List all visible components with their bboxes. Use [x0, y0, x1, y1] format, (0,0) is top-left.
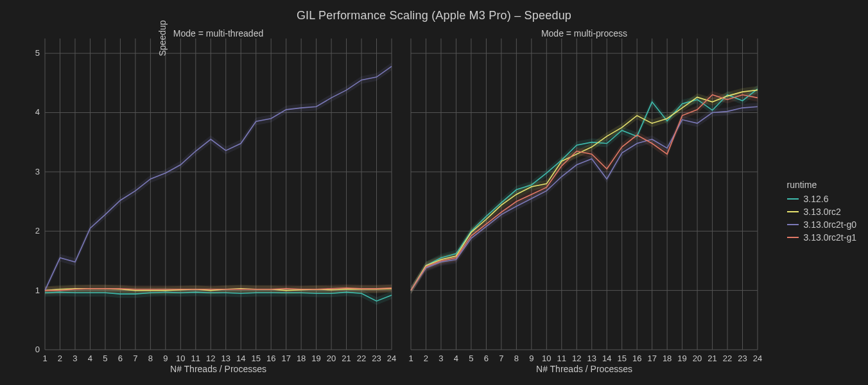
legend-label: 3.13.0rc2	[804, 207, 841, 217]
svg-text:2: 2	[58, 354, 62, 363]
svg-text:8: 8	[514, 354, 519, 363]
svg-text:0: 0	[35, 345, 40, 354]
svg-text:7: 7	[499, 354, 503, 363]
legend-swatch	[787, 211, 799, 212]
svg-text:4: 4	[35, 107, 40, 117]
x-axis-label-right: N# Threads / Processes	[411, 364, 758, 374]
svg-text:14: 14	[236, 354, 245, 363]
svg-text:9: 9	[163, 354, 168, 363]
svg-text:2: 2	[424, 354, 428, 363]
svg-text:4: 4	[454, 354, 458, 363]
x-axis-label-left: N# Threads / Processes	[45, 364, 392, 374]
svg-text:3: 3	[73, 354, 77, 363]
legend: runtime 3.12.63.13.0rc23.13.0rc2t-g03.13…	[787, 180, 857, 245]
facet-title-left: Mode = multi-threaded	[45, 28, 392, 38]
svg-text:11: 11	[191, 354, 200, 363]
y-axis-label-left: Speedup	[13, 0, 23, 38]
svg-text:1: 1	[408, 354, 413, 363]
facet-title-right: Mode = multi-process	[411, 28, 758, 38]
chart-root: GIL Performance Scaling (Apple M3 Pro) –…	[0, 0, 868, 385]
svg-text:16: 16	[266, 354, 275, 363]
legend-label: 3.13.0rc2t-g0	[804, 219, 857, 230]
svg-text:15: 15	[617, 354, 626, 363]
svg-text:20: 20	[693, 354, 702, 363]
svg-text:2: 2	[35, 226, 40, 235]
svg-text:5: 5	[35, 48, 40, 58]
svg-text:22: 22	[723, 354, 732, 363]
svg-text:3: 3	[438, 354, 443, 363]
svg-text:13: 13	[587, 354, 596, 363]
legend-swatch	[787, 224, 799, 225]
svg-text:4: 4	[88, 354, 92, 363]
svg-text:21: 21	[342, 354, 351, 363]
svg-text:20: 20	[327, 354, 336, 363]
svg-text:12: 12	[572, 354, 581, 363]
legend-title: runtime	[787, 180, 857, 190]
svg-text:19: 19	[677, 354, 686, 363]
svg-text:18: 18	[663, 354, 672, 363]
svg-text:7: 7	[133, 354, 137, 363]
svg-text:23: 23	[372, 354, 381, 363]
svg-text:24: 24	[753, 354, 762, 363]
plot-multi-threaded: 0123451234567891011121314151617181920212…	[45, 38, 392, 350]
svg-text:15: 15	[251, 354, 260, 363]
svg-text:10: 10	[542, 354, 551, 363]
svg-text:5: 5	[103, 354, 107, 363]
chart-title: GIL Performance Scaling (Apple M3 Pro) –…	[0, 9, 868, 22]
svg-text:9: 9	[529, 354, 534, 363]
legend-item: 3.13.0rc2t-g1	[787, 232, 857, 243]
legend-swatch	[787, 237, 799, 238]
svg-text:1: 1	[35, 286, 40, 295]
legend-item: 3.13.0rc2	[787, 207, 857, 217]
svg-text:12: 12	[206, 354, 215, 363]
legend-label: 3.13.0rc2t-g1	[804, 232, 857, 243]
svg-text:23: 23	[738, 354, 747, 363]
svg-text:11: 11	[557, 354, 566, 363]
svg-text:8: 8	[148, 354, 153, 363]
svg-text:5: 5	[469, 354, 473, 363]
svg-text:6: 6	[118, 354, 123, 363]
svg-text:16: 16	[632, 354, 641, 363]
svg-text:6: 6	[484, 354, 489, 363]
legend-item: 3.13.0rc2t-g0	[787, 219, 857, 230]
plot-multi-process: 123456789101112131415161718192021222324 …	[411, 38, 758, 350]
svg-text:19: 19	[311, 354, 320, 363]
legend-label: 3.12.6	[804, 194, 829, 204]
svg-text:13: 13	[221, 354, 230, 363]
svg-text:17: 17	[647, 354, 656, 363]
svg-text:18: 18	[297, 354, 306, 363]
svg-text:14: 14	[602, 354, 611, 363]
svg-text:24: 24	[387, 354, 396, 363]
legend-item: 3.12.6	[787, 194, 857, 204]
legend-swatch	[787, 198, 799, 200]
svg-text:22: 22	[357, 354, 366, 363]
svg-text:3: 3	[35, 167, 40, 176]
svg-text:17: 17	[281, 354, 290, 363]
svg-text:10: 10	[176, 354, 185, 363]
svg-text:21: 21	[707, 354, 716, 363]
svg-text:1: 1	[42, 354, 47, 363]
